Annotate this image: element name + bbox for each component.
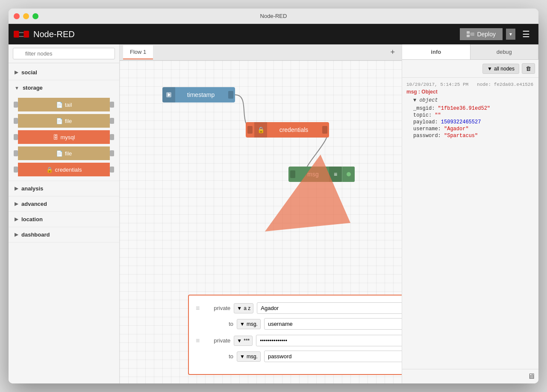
svg-line-10	[470, 34, 471, 36]
deploy-arrow-icon: ▾	[509, 31, 512, 37]
window-title: Node-RED	[260, 13, 287, 19]
filter-button[interactable]: ▼ all nodes	[482, 64, 519, 74]
credentials-port-left	[247, 126, 253, 134]
debug-field-topic: topic: ""	[413, 112, 534, 119]
node-file-1[interactable]: 📄 file	[14, 114, 114, 128]
content-area: 🔍 ▶ social ▼ storage	[9, 44, 538, 383]
node-tail-label: tail	[65, 102, 72, 108]
node-mysql[interactable]: 🗄 mysql	[14, 130, 114, 144]
timestamp-icon-box	[162, 87, 175, 102]
debug-key-payload: payload:	[413, 119, 441, 125]
credentials-port-right	[322, 126, 327, 134]
minimize-button[interactable]	[23, 13, 29, 19]
debug-key-msgid: _msgid:	[413, 105, 438, 111]
canvas[interactable]: timestamp 🔒 credentials msg	[120, 61, 402, 383]
category-advanced: ▶ advanced	[9, 196, 119, 212]
category-location-label: location	[21, 216, 43, 222]
arrow-icon-storage: ▼	[15, 85, 19, 91]
node-cred-body: 🔒 credentials	[18, 163, 110, 176]
editor-row-1-private: ≡ private ▼ a z	[196, 302, 402, 314]
tab-flow1-label: Flow 1	[130, 49, 146, 55]
category-storage-header[interactable]: ▼ storage	[9, 80, 119, 95]
debug-val-msgid: "1fb1ee36.91ed52"	[438, 105, 490, 111]
canvas-node-timestamp-label: timestamp	[175, 91, 226, 98]
node-file2-label: file	[65, 150, 72, 157]
sidebar: 🔍 ▶ social ▼ storage	[9, 44, 120, 383]
debug-val-topic: ""	[435, 112, 441, 118]
title-bar: Node-RED	[9, 9, 538, 24]
category-advanced-header[interactable]: ▶ advanced	[9, 196, 119, 211]
category-location-header[interactable]: ▶ location	[9, 212, 119, 227]
category-dashboard-label: dashboard	[21, 231, 50, 238]
editor-to-type-2[interactable]: ▼ msg.	[237, 351, 261, 362]
type-label-1: a z	[244, 305, 250, 311]
node-file1-port-left	[14, 118, 18, 124]
canvas-node-credentials[interactable]: 🔒 credentials	[246, 122, 329, 137]
category-dashboard-header[interactable]: ▶ dashboard	[9, 227, 119, 242]
msg-status-box	[342, 167, 355, 182]
node-mysql-body: 🗄 mysql	[18, 130, 110, 144]
deploy-button[interactable]: Deploy	[460, 28, 503, 40]
debug-fields: _msgid: "1fb1ee36.91ed52" topic: "" payl…	[406, 105, 534, 139]
svg-rect-1	[14, 34, 19, 38]
msg-icon-box-right: ≡	[329, 167, 342, 182]
window-controls	[14, 13, 38, 19]
category-social-header[interactable]: ▶ social	[9, 65, 119, 80]
drag-handle-2[interactable]: ≡	[196, 337, 200, 345]
category-analysis-label: analysis	[21, 185, 43, 192]
deploy-arrow-button[interactable]: ▾	[506, 29, 515, 40]
debug-val-username: "Agador"	[444, 126, 469, 132]
node-file-2[interactable]: 📄 file	[14, 146, 114, 160]
logo-icon	[14, 29, 29, 39]
search-input[interactable]	[13, 48, 115, 59]
canvas-node-timestamp[interactable]: timestamp	[162, 87, 235, 102]
drag-handle-1[interactable]: ≡	[196, 304, 200, 312]
editor-to-label-2: to	[208, 353, 233, 360]
editor-type-select-2[interactable]: ▼ ***	[234, 336, 253, 346]
panel-toolbar: ▼ all nodes 🗑	[402, 60, 538, 78]
monitor-icon[interactable]: 🖥	[527, 372, 535, 381]
tab-flow1[interactable]: Flow 1	[123, 45, 153, 59]
arrow-icon-advanced: ▶	[15, 201, 18, 207]
canvas-node-credentials-label: credentials	[267, 126, 321, 133]
arrow-icon-dashboard: ▶	[15, 232, 18, 237]
category-analysis: ▶ analysis	[9, 181, 119, 196]
app-name: Node-RED	[33, 29, 75, 39]
svg-rect-7	[467, 35, 470, 37]
svg-rect-6	[467, 31, 470, 34]
to-type-label-1: msg.	[247, 321, 258, 327]
node-credentials-sidebar[interactable]: 🔒 credentials	[14, 163, 114, 176]
tabs-bar: Flow 1 +	[120, 44, 402, 61]
canvas-node-msg[interactable]: msg ≡	[288, 167, 355, 182]
panel-tab-info[interactable]: info	[402, 44, 471, 59]
credentials-icon-box: 🔒	[254, 122, 267, 137]
editor-input-value-1[interactable]	[257, 302, 402, 314]
panel-tab-debug[interactable]: debug	[471, 44, 539, 59]
debug-val-payload: 1509322465527	[441, 119, 481, 125]
editor-type-select-1[interactable]: ▼ a z	[234, 303, 253, 313]
editor-to-type-1[interactable]: ▼ msg.	[237, 319, 261, 329]
tab-add-button[interactable]: +	[387, 46, 398, 59]
debug-field-msgid: _msgid: "1fb1ee36.91ed52"	[413, 105, 534, 112]
app-bar: Node-RED Deploy ▾ ☰	[9, 24, 538, 44]
svg-marker-14	[265, 155, 350, 231]
trash-button[interactable]: 🗑	[522, 63, 535, 74]
editor-to-input-1[interactable]	[264, 318, 402, 330]
editor-to-input-2[interactable]	[264, 351, 402, 362]
editor-row-group-1: ≡ private ▼ a z to ▼	[196, 302, 402, 330]
node-mysql-port-right	[110, 134, 114, 140]
canvas-area: Flow 1 +	[120, 44, 402, 383]
editor-input-value-2[interactable]	[256, 335, 402, 346]
close-button[interactable]	[14, 13, 20, 19]
category-analysis-header[interactable]: ▶ analysis	[9, 181, 119, 196]
maximize-button[interactable]	[32, 13, 38, 19]
canvas-node-msg-label: msg	[297, 171, 329, 178]
debug-msg-label: msg : Object	[406, 89, 534, 95]
panel-bottom: 🖥	[402, 369, 538, 383]
type-label-2: ***	[244, 338, 250, 344]
hamburger-button[interactable]: ☰	[519, 27, 533, 41]
arrow-icon-location: ▶	[15, 216, 18, 222]
node-file2-port-right	[110, 150, 114, 156]
category-advanced-label: advanced	[21, 201, 47, 207]
node-tail[interactable]: 📄 tail	[14, 98, 114, 111]
